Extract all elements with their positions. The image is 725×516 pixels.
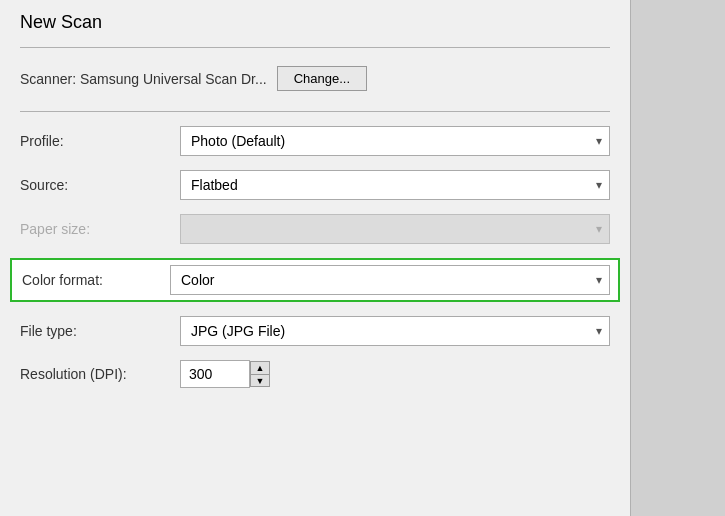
color-format-label: Color format: [20, 272, 170, 288]
resolution-label: Resolution (DPI): [20, 366, 180, 382]
file-type-row: File type: JPG (JPG File) PNG (PNG File)… [20, 316, 610, 346]
main-panel: New Scan Scanner: Samsung Universal Scan… [0, 0, 630, 516]
color-format-row: Color format: Color Grayscale Black and … [10, 258, 620, 302]
paper-size-select [180, 214, 610, 244]
scanner-label: Scanner: Samsung Universal Scan Dr... [20, 71, 267, 87]
change-button[interactable]: Change... [277, 66, 367, 91]
divider-scanner [20, 111, 610, 112]
scanner-row: Scanner: Samsung Universal Scan Dr... Ch… [20, 66, 610, 91]
paper-size-select-wrapper: ▾ [180, 214, 610, 244]
source-select-wrapper: Flatbed Document Feeder Auto ▾ [180, 170, 610, 200]
resolution-increment-button[interactable]: ▲ [250, 361, 270, 374]
dialog-title: New Scan [20, 12, 610, 33]
resolution-input[interactable] [180, 360, 250, 388]
resolution-decrement-button[interactable]: ▼ [250, 374, 270, 387]
profile-label: Profile: [20, 133, 180, 149]
file-type-select-wrapper: JPG (JPG File) PNG (PNG File) BMP (BMP F… [180, 316, 610, 346]
color-format-select-wrapper: Color Grayscale Black and White ▾ [170, 265, 610, 295]
source-row: Source: Flatbed Document Feeder Auto ▾ [20, 170, 610, 200]
resolution-spinner-buttons: ▲ ▼ [250, 361, 270, 387]
source-label: Source: [20, 177, 180, 193]
preview-panel [630, 0, 725, 516]
file-type-select[interactable]: JPG (JPG File) PNG (PNG File) BMP (BMP F… [180, 316, 610, 346]
paper-size-label: Paper size: [20, 221, 180, 237]
profile-row: Profile: Photo (Default) Documents Custo… [20, 126, 610, 156]
profile-select-wrapper: Photo (Default) Documents Custom ▾ [180, 126, 610, 156]
divider-top [20, 47, 610, 48]
resolution-row: Resolution (DPI): ▲ ▼ [20, 360, 610, 388]
new-scan-dialog: New Scan Scanner: Samsung Universal Scan… [0, 0, 725, 516]
paper-size-row: Paper size: ▾ [20, 214, 610, 244]
source-select[interactable]: Flatbed Document Feeder Auto [180, 170, 610, 200]
profile-select[interactable]: Photo (Default) Documents Custom [180, 126, 610, 156]
color-format-select[interactable]: Color Grayscale Black and White [170, 265, 610, 295]
resolution-spinner: ▲ ▼ [180, 360, 270, 388]
file-type-label: File type: [20, 323, 180, 339]
